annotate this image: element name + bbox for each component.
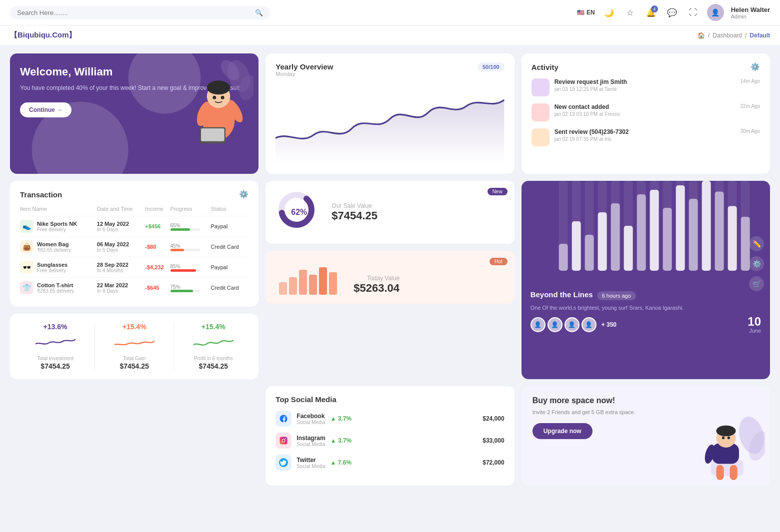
- item-delivery: Free delivery: [37, 227, 77, 232]
- svg-rect-27: [584, 235, 594, 271]
- trans-col-header: Income: [145, 206, 170, 216]
- breadcrumb-dashboard[interactable]: Dashboard: [712, 32, 742, 39]
- item-progress-fill: [170, 269, 196, 272]
- social-name: Instagram: [296, 435, 325, 442]
- item-date: 28 Sep 2022: [97, 262, 145, 268]
- beyond-desc: One Of the world,s brightest, young surf…: [530, 305, 761, 311]
- svg-rect-39: [662, 208, 672, 271]
- item-days: In 4 Months: [97, 268, 145, 273]
- item-progress-fill: [170, 249, 184, 251]
- table-row: 👜 Women Bag ₹83.65 delivery 06 May 2022 …: [20, 237, 248, 257]
- upgrade-button[interactable]: Upgrade now: [532, 423, 592, 439]
- trans-col-header: Progress: [170, 206, 211, 216]
- social-name: Facebook: [296, 413, 325, 420]
- svg-rect-45: [702, 181, 710, 271]
- settings-icon[interactable]: ⚙️: [749, 256, 764, 271]
- welcome-illustration: [184, 58, 254, 133]
- activity-item: Sent review (504)236-7302 jan 02 19 07:3…: [532, 128, 760, 146]
- activity-header: Activity ⚙️: [532, 62, 760, 71]
- avatar-1: 👤: [530, 317, 546, 332]
- stat-item: +13.6% Total Investment $7454.25: [20, 323, 90, 370]
- svg-rect-20: [319, 267, 327, 295]
- trans-col-header: Date and Time: [97, 206, 145, 216]
- trans-col-header: Status: [210, 206, 248, 216]
- transaction-settings-icon[interactable]: ⚙️: [239, 190, 248, 199]
- plus-badge: + 350: [602, 321, 616, 328]
- expand-icon[interactable]: ⛶: [686, 5, 700, 19]
- sparkline-chart: [36, 334, 76, 352]
- item-progress-cell: 65%: [170, 216, 211, 237]
- notification-bell[interactable]: 🔔 4: [644, 5, 658, 19]
- language-selector[interactable]: 🇺🇸 EN: [577, 9, 595, 16]
- social-item: Instagram Social Media ▲ 3.7% $33,000: [276, 433, 504, 449]
- table-row: 👟 Nike Sports NK Free delivery 12 May 20…: [20, 216, 248, 237]
- date-badge: 10 June: [748, 316, 761, 334]
- home-icon[interactable]: 🏠: [698, 32, 705, 39]
- bookmark-icon[interactable]: ☆: [623, 5, 637, 19]
- activity-thumb: [532, 78, 550, 96]
- yearly-title: Yearly Overview: [276, 62, 333, 71]
- svg-point-12: [213, 96, 216, 99]
- pencil-icon[interactable]: ✏️: [749, 236, 764, 251]
- stat-pct: +13.6%: [44, 323, 68, 331]
- item-date: 06 May 2022: [97, 241, 145, 247]
- item-delivery: ₹283.65 delivery: [37, 288, 74, 294]
- activity-time: 22m Ago: [740, 103, 760, 109]
- yearly-chart: [276, 81, 504, 165]
- stat-value: $7454.25: [199, 362, 228, 370]
- search-input[interactable]: [17, 9, 251, 16]
- avatar-3: 👤: [564, 317, 580, 332]
- top-nav: 🔍 🇺🇸 EN 🌙 ☆ 🔔 4 💬 ⛶ 👤 Helen Walter Admin: [0, 0, 780, 25]
- beyond-time: 6 hours ago: [597, 291, 636, 300]
- svg-rect-19: [309, 275, 317, 295]
- beyond-bar-chart: [522, 181, 770, 281]
- stat-label: Total Investment: [37, 356, 74, 361]
- user-avatar[interactable]: 👤: [707, 4, 724, 21]
- stat-divider: [174, 323, 174, 370]
- item-icon: 👜: [20, 240, 33, 253]
- item-progress-cell: 85%: [170, 257, 211, 278]
- item-progress-pct: 75%: [170, 284, 180, 290]
- item-status: Paypal: [210, 257, 248, 278]
- activity-card: Activity ⚙️ Review request jim Smith jan…: [522, 53, 770, 174]
- social-category: Social Media: [296, 420, 325, 425]
- social-platform-icon: [276, 433, 292, 449]
- social-category: Social Media: [296, 442, 325, 447]
- item-progress-pct: 45%: [170, 243, 180, 249]
- activity-settings-icon[interactable]: ⚙️: [750, 62, 760, 71]
- transaction-card: Transaction ⚙️ Item NameDate and TimeInc…: [10, 181, 258, 307]
- user-info: Helen Walter Admin: [731, 6, 770, 19]
- svg-rect-59: [716, 465, 724, 480]
- activity-list: Review request jim Smith jan 03 19 12:25…: [532, 78, 760, 146]
- activity-text: Sent review (504)236-7302 jan 02 19 07:3…: [554, 128, 736, 142]
- transaction-title: Transaction: [20, 190, 62, 199]
- trans-col-header: Item Name: [20, 206, 97, 216]
- cart-icon[interactable]: 🛒: [749, 276, 764, 291]
- item-progress-bar: [170, 290, 200, 292]
- sale-value: $7454.25: [332, 209, 378, 222]
- dark-mode-toggle[interactable]: 🌙: [602, 5, 616, 19]
- brand-logo: 【Biqubiqu.Com】: [10, 30, 76, 40]
- item-delivery: ₹83.65 delivery: [37, 247, 71, 253]
- social-item: Twitter Social Media ▲ 7.6% $72,000: [276, 455, 504, 471]
- stat-value: $7454.25: [40, 362, 70, 370]
- social-platform-icon: [276, 455, 292, 471]
- item-income: -$4,232: [145, 257, 170, 278]
- svg-rect-18: [299, 270, 307, 295]
- flag-icon: 🇺🇸: [577, 9, 584, 16]
- item-name: Cotton T-shirt: [37, 282, 74, 288]
- date-num: 10: [748, 316, 761, 328]
- transaction-header: Transaction ⚙️: [20, 190, 248, 199]
- search-bar[interactable]: 🔍: [10, 6, 270, 19]
- item-status: Credit Card: [210, 278, 248, 298]
- continue-button[interactable]: Continue →: [20, 102, 72, 117]
- welcome-card: Welcome, William You have completed 40% …: [10, 53, 258, 174]
- chat-icon[interactable]: 💬: [665, 5, 679, 19]
- item-progress-pct: 85%: [170, 264, 180, 269]
- today-bar-chart: [276, 260, 346, 295]
- activity-time: 30m Ago: [740, 128, 760, 134]
- item-name-cell: 👕 Cotton T-shirt ₹283.65 delivery: [20, 278, 97, 298]
- svg-rect-37: [650, 190, 658, 271]
- today-value: $5263.04: [354, 282, 400, 295]
- item-status: Paypal: [210, 216, 248, 237]
